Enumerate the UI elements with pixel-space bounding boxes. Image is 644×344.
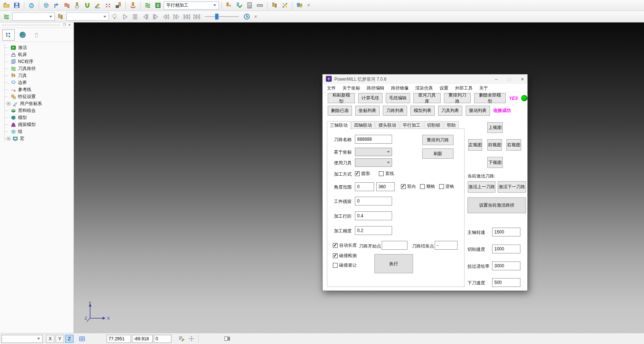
- speed-slider[interactable]: [205, 13, 239, 20]
- collision-avoid-checkbox[interactable]: [333, 263, 338, 268]
- axis-y-button[interactable]: Y: [56, 335, 64, 343]
- climb-mill-option[interactable]: 顺铣: [420, 183, 435, 190]
- angle-start-input[interactable]: [355, 182, 374, 191]
- split-view-icon[interactable]: [223, 334, 231, 343]
- view-left-button[interactable]: 左视图: [468, 139, 482, 151]
- line-checkbox[interactable]: [379, 171, 384, 176]
- tree-item-toolpaths[interactable]: 刀具路径: [5, 65, 74, 72]
- tool-icon[interactable]: [56, 12, 65, 21]
- statusbar-select[interactable]: [1, 335, 43, 343]
- menu-path-mirror[interactable]: 路径镜像: [388, 85, 412, 91]
- collision-check-option[interactable]: 碰撞检测: [333, 253, 357, 259]
- tree-item-tools[interactable]: 刀具: [5, 72, 74, 79]
- auto-length-checkbox[interactable]: [333, 243, 338, 248]
- tolerance-input[interactable]: [355, 226, 392, 235]
- menu-external-tools[interactable]: 外部工具: [452, 85, 476, 91]
- climb-checkbox[interactable]: [420, 184, 425, 189]
- tree-item-stock-models[interactable]: 残留模型: [5, 121, 74, 128]
- method-circle-option[interactable]: 圆形: [355, 171, 370, 177]
- tree-item-macros[interactable]: +宏: [5, 135, 74, 142]
- model-list-button[interactable]: 模型列表: [410, 106, 435, 116]
- tree-item-nc-programs[interactable]: NC程序: [5, 58, 74, 65]
- slider-thumb[interactable]: [215, 14, 218, 20]
- panel-grip[interactable]: [2, 25, 60, 27]
- tree-item-levels-sets[interactable]: 层和组合: [5, 107, 74, 114]
- tree-item-workplanes[interactable]: +用户坐标系: [5, 100, 74, 107]
- menu-path-edit[interactable]: 路径编辑: [363, 85, 388, 91]
- spindle-speed-input[interactable]: [492, 228, 520, 236]
- plunge-speed-input[interactable]: [492, 278, 520, 287]
- menu-render-sim[interactable]: 渲染仿真: [412, 85, 436, 91]
- collision-check-checkbox[interactable]: [333, 253, 338, 258]
- reorder-toolpaths-button[interactable]: 重排列刀路: [444, 93, 471, 103]
- tree-item-machine-tools[interactable]: 机床: [5, 51, 74, 58]
- collision-avoid-option[interactable]: 碰撞避让: [333, 262, 357, 268]
- delete-selected-button[interactable]: 删除已选: [328, 106, 352, 116]
- menu-file[interactable]: 文件: [324, 85, 339, 91]
- strategy-select[interactable]: 平行精加工: [164, 1, 219, 10]
- cutting-speed-input[interactable]: [492, 245, 520, 253]
- tab-3axis[interactable]: 三轴联动: [327, 121, 351, 129]
- rewind-icon[interactable]: [161, 12, 171, 21]
- toolpath-select[interactable]: [12, 13, 55, 21]
- toolpath-list-button[interactable]: 刀路列表: [383, 106, 407, 116]
- trash-button[interactable]: [30, 29, 43, 41]
- go-start-icon[interactable]: [182, 12, 191, 21]
- view-bottom-button[interactable]: 下视图: [487, 157, 503, 168]
- strategy-list-icon[interactable]: [153, 1, 163, 10]
- verify-ok-icon[interactable]: [235, 1, 244, 10]
- toolpath-start-input[interactable]: [382, 241, 408, 250]
- skim-feed-input[interactable]: [492, 261, 520, 270]
- coord-x-input[interactable]: [107, 335, 131, 343]
- tool-pair-icon[interactable]: [270, 1, 279, 10]
- measure-ruler-icon[interactable]: [255, 1, 264, 10]
- axis-z-button[interactable]: Z: [65, 335, 74, 343]
- step-forward-icon[interactable]: [151, 12, 160, 21]
- tree-item-activate[interactable]: 激活: [5, 44, 74, 51]
- activate-next-button[interactable]: 激活下一刀路: [498, 181, 526, 193]
- dialog-titlebar[interactable]: PowerMILL 忆梦星河 7.0.6 ─ ▢ ✕: [323, 74, 527, 84]
- toolpath-icon[interactable]: [2, 12, 11, 21]
- calculator-icon[interactable]: [245, 1, 254, 10]
- step-back-icon[interactable]: [141, 12, 150, 21]
- go-end-icon[interactable]: [192, 12, 202, 21]
- tool-library-button[interactable]: 星河刀具库: [413, 93, 441, 103]
- angle-end-input[interactable]: [376, 182, 395, 191]
- toolpath-end-input[interactable]: [435, 241, 458, 250]
- coord-y-input[interactable]: [132, 335, 153, 343]
- view-front-button[interactable]: 前视图: [487, 139, 502, 151]
- bidirectional-checkbox[interactable]: [401, 184, 406, 189]
- auto-length-option[interactable]: 自动长度: [333, 242, 357, 249]
- menu-about[interactable]: 关于: [476, 85, 491, 91]
- close-button[interactable]: ✕: [521, 77, 524, 82]
- set-active-path-button[interactable]: 设置当前激活路径: [467, 197, 526, 213]
- stock-edit-button[interactable]: 毛坯编辑: [386, 93, 410, 103]
- clock-icon[interactable]: [242, 12, 251, 21]
- tree-item-patterns[interactable]: 参考线: [5, 86, 74, 93]
- close-toolbar-button[interactable]: ✕: [305, 2, 312, 9]
- block-icon[interactable]: [42, 1, 51, 10]
- maximize-button[interactable]: ▢: [507, 77, 511, 82]
- tool-list-button[interactable]: 刀具列表: [438, 106, 462, 116]
- circle-checkbox[interactable]: [355, 171, 360, 176]
- tab-swivel-head[interactable]: 摆头联动: [376, 121, 399, 129]
- view-right-button[interactable]: 右视图: [506, 139, 521, 151]
- expand-icon[interactable]: +: [7, 137, 10, 140]
- view-top-button[interactable]: 上视图: [487, 122, 503, 133]
- tab-saw[interactable]: 切割锯: [424, 121, 443, 129]
- float-window-button[interactable]: ❐: [62, 23, 67, 27]
- menu-about-coords[interactable]: 关于坐标: [339, 85, 363, 91]
- list-edit-icon[interactable]: [177, 334, 186, 343]
- fast-forward-icon[interactable]: [172, 12, 181, 21]
- nc-program-icon[interactable]: [62, 1, 71, 10]
- pause-icon[interactable]: [131, 12, 140, 21]
- tree-view-button[interactable]: [2, 29, 15, 41]
- drive-list-button[interactable]: 驱动列表: [466, 106, 490, 116]
- method-line-option[interactable]: 直线: [379, 171, 394, 177]
- base-coord-select[interactable]: [355, 148, 392, 156]
- leads-icon[interactable]: [52, 1, 61, 10]
- globe-button[interactable]: [16, 29, 29, 41]
- expand-icon[interactable]: +: [7, 102, 10, 105]
- refresh-button[interactable]: 刷新: [422, 148, 453, 159]
- open-file-icon[interactable]: [2, 1, 11, 10]
